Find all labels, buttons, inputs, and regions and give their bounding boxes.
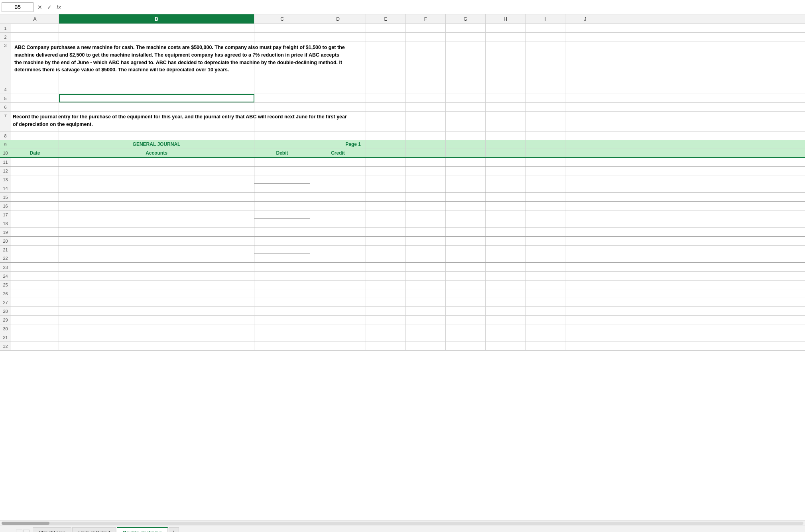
- cell-h19[interactable]: [486, 228, 526, 236]
- cell-h2[interactable]: [486, 33, 526, 41]
- cell-f6[interactable]: [406, 103, 446, 111]
- cell-c9[interactable]: [254, 140, 310, 149]
- cell-g20[interactable]: [446, 237, 486, 245]
- cell-b11[interactable]: [59, 158, 254, 166]
- cell-j4[interactable]: [565, 85, 605, 94]
- cell-f22[interactable]: [406, 254, 446, 262]
- cell-g22[interactable]: [446, 254, 486, 262]
- cell-e4[interactable]: [366, 85, 406, 94]
- cell-c16[interactable]: [254, 202, 310, 210]
- cell-f11[interactable]: [406, 158, 446, 166]
- scrollbar-track[interactable]: [2, 522, 803, 525]
- cell-b22[interactable]: [59, 254, 254, 262]
- cell-b19[interactable]: [59, 228, 254, 236]
- col-header-d[interactable]: D: [310, 14, 366, 24]
- cell-b20[interactable]: [59, 237, 254, 245]
- cell-b17[interactable]: [59, 210, 254, 219]
- cell-j2[interactable]: [565, 33, 605, 41]
- cell-i12[interactable]: [526, 167, 565, 175]
- cell-b3[interactable]: [59, 41, 254, 85]
- cell-a11[interactable]: [11, 158, 59, 166]
- cell-h17[interactable]: [486, 210, 526, 219]
- cell-e8[interactable]: [366, 132, 406, 140]
- cell-a7[interactable]: Record the journal entry for the purchas…: [11, 112, 59, 131]
- cell-h22[interactable]: [486, 254, 526, 262]
- cell-i10[interactable]: [526, 149, 565, 157]
- cell-f9[interactable]: [406, 140, 446, 149]
- cell-f10[interactable]: [406, 149, 446, 157]
- cell-a6[interactable]: [11, 103, 59, 111]
- cell-g2[interactable]: [446, 33, 486, 41]
- cell-a1[interactable]: [11, 24, 59, 32]
- cell-d15[interactable]: [310, 193, 366, 201]
- cell-g10[interactable]: [446, 149, 486, 157]
- cell-d11[interactable]: [310, 158, 366, 166]
- cell-e22[interactable]: [366, 254, 406, 262]
- cell-g8[interactable]: [446, 132, 486, 140]
- cell-i3[interactable]: [526, 41, 565, 85]
- cell-c18[interactable]: [254, 219, 310, 228]
- cell-f8[interactable]: [406, 132, 446, 140]
- cell-c4[interactable]: [254, 85, 310, 94]
- cell-e20[interactable]: [366, 237, 406, 245]
- cell-b15[interactable]: [59, 193, 254, 201]
- cell-f3[interactable]: [406, 41, 446, 85]
- cell-i16[interactable]: [526, 202, 565, 210]
- cell-g13[interactable]: [446, 175, 486, 184]
- cell-reference[interactable]: B5: [2, 2, 33, 12]
- cell-a10[interactable]: Date: [11, 149, 59, 157]
- cell-i13[interactable]: [526, 175, 565, 184]
- cell-g4[interactable]: [446, 85, 486, 94]
- tab-double-declining[interactable]: Double-declining: [117, 527, 167, 532]
- cell-e6[interactable]: [366, 103, 406, 111]
- cell-h10[interactable]: [486, 149, 526, 157]
- cell-i18[interactable]: [526, 219, 565, 228]
- cell-b14[interactable]: [59, 184, 254, 192]
- cell-f13[interactable]: [406, 175, 446, 184]
- cell-e11[interactable]: [366, 158, 406, 166]
- cell-c3[interactable]: [254, 41, 310, 85]
- col-header-c[interactable]: C: [254, 14, 310, 24]
- cell-h3[interactable]: [486, 41, 526, 85]
- cell-a13[interactable]: [11, 175, 59, 184]
- cell-j12[interactable]: [565, 167, 605, 175]
- cell-i22[interactable]: [526, 254, 565, 262]
- cell-a9[interactable]: [11, 140, 59, 149]
- cell-h1[interactable]: [486, 24, 526, 32]
- tab-units-of-output[interactable]: Units of Output: [72, 527, 116, 532]
- cell-c22[interactable]: [254, 254, 310, 262]
- cell-i15[interactable]: [526, 193, 565, 201]
- cell-b16[interactable]: [59, 202, 254, 210]
- cell-b10[interactable]: Accounts: [59, 149, 254, 157]
- cell-a14[interactable]: [11, 184, 59, 192]
- col-header-g[interactable]: G: [446, 14, 486, 24]
- cell-j14[interactable]: [565, 184, 605, 192]
- cell-h15[interactable]: [486, 193, 526, 201]
- cell-e15[interactable]: [366, 193, 406, 201]
- cell-e17[interactable]: [366, 210, 406, 219]
- cell-a16[interactable]: [11, 202, 59, 210]
- cell-e18[interactable]: [366, 219, 406, 228]
- cell-a2[interactable]: [11, 33, 59, 41]
- tab-nav-prev[interactable]: ◄: [16, 530, 22, 532]
- cell-a15[interactable]: [11, 193, 59, 201]
- cell-b21[interactable]: [59, 245, 254, 254]
- cell-g11[interactable]: [446, 158, 486, 166]
- col-header-h[interactable]: H: [486, 14, 526, 24]
- cell-h6[interactable]: [486, 103, 526, 111]
- cell-e9[interactable]: [366, 140, 406, 149]
- cell-b18[interactable]: [59, 219, 254, 228]
- cell-d17[interactable]: [310, 210, 366, 219]
- cell-d2[interactable]: [310, 33, 366, 41]
- cell-j17[interactable]: [565, 210, 605, 219]
- cell-j13[interactable]: [565, 175, 605, 184]
- cell-j15[interactable]: [565, 193, 605, 201]
- cell-g15[interactable]: [446, 193, 486, 201]
- cell-a20[interactable]: [11, 237, 59, 245]
- cell-f19[interactable]: [406, 228, 446, 236]
- cell-d12[interactable]: [310, 167, 366, 175]
- cell-i14[interactable]: [526, 184, 565, 192]
- cell-e3[interactable]: [366, 41, 406, 85]
- cell-d18[interactable]: [310, 219, 366, 228]
- cell-d14[interactable]: [310, 184, 366, 192]
